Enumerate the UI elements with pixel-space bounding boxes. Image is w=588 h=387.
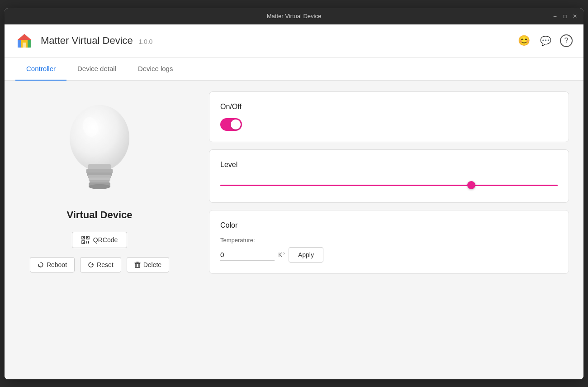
svg-point-5 (70, 105, 129, 171)
comment-icon[interactable]: 💬 (538, 33, 553, 48)
onoff-title: On/Off (220, 103, 558, 111)
level-title: Level (220, 161, 558, 169)
svg-marker-0 (18, 34, 31, 40)
device-name: Virtual Device (66, 209, 132, 221)
onoff-toggle[interactable] (220, 118, 242, 131)
app-version: 1.0.0 (138, 38, 152, 45)
svg-rect-24 (88, 242, 89, 244)
help-icon[interactable]: ? (560, 34, 573, 47)
reset-button[interactable]: Reset (80, 257, 121, 272)
header-left: Matter Virtual Device 1.0.0 (15, 32, 152, 50)
reset-icon (88, 262, 94, 268)
slider-container (220, 176, 558, 191)
temperature-input[interactable] (220, 249, 275, 261)
content-area: Virtual Device QRCode (5, 81, 583, 379)
delete-icon (134, 262, 141, 268)
titlebar: Matter Virtual Device – □ ✕ (5, 8, 583, 24)
reboot-label: Reboot (47, 261, 67, 268)
app-logo (15, 32, 33, 50)
tabs: Controller Device detail Device logs (5, 57, 583, 81)
bulb-image (54, 99, 145, 198)
titlebar-title: Matter Virtual Device (267, 13, 321, 19)
maximize-button[interactable]: □ (562, 13, 568, 19)
left-panel: Virtual Device QRCode (5, 81, 194, 379)
tab-device-logs[interactable]: Device logs (127, 57, 184, 81)
titlebar-controls: – □ ✕ (552, 13, 578, 19)
color-card: Color Temperature: K° Apply (209, 210, 569, 274)
svg-rect-23 (86, 242, 87, 244)
action-buttons: Reboot Reset (30, 257, 169, 272)
svg-rect-1 (18, 40, 21, 48)
reboot-button[interactable]: Reboot (30, 257, 75, 272)
header-icons: 😊 💬 ? (517, 33, 573, 48)
delete-label: Delete (143, 261, 161, 268)
apply-button[interactable]: Apply (289, 247, 323, 263)
right-panel: On/Off Level Color Tem (194, 81, 583, 379)
reboot-icon (38, 262, 44, 268)
toggle-container (220, 118, 558, 131)
reset-label: Reset (97, 261, 114, 268)
smiley-icon[interactable]: 😊 (517, 33, 531, 48)
svg-rect-7 (88, 164, 111, 170)
main-window: Matter Virtual Device – □ ✕ (5, 8, 583, 379)
svg-rect-16 (83, 237, 84, 238)
svg-rect-18 (87, 237, 88, 238)
qrcode-button[interactable]: QRCode (72, 232, 127, 248)
delete-button[interactable]: Delete (127, 257, 169, 272)
level-card: Level (209, 149, 569, 203)
qrcode-icon (81, 236, 90, 244)
temperature-label: Temperature: (220, 237, 558, 244)
app-title: Matter Virtual Device 1.0.0 (41, 35, 152, 47)
temperature-row: K° Apply (220, 247, 558, 263)
tab-controller[interactable]: Controller (15, 57, 66, 81)
svg-rect-4 (23, 43, 26, 48)
header: Matter Virtual Device 1.0.0 😊 💬 ? (5, 24, 583, 57)
svg-rect-2 (28, 40, 31, 48)
svg-point-14 (89, 184, 110, 189)
close-button[interactable]: ✕ (572, 13, 578, 19)
onoff-card: On/Off (209, 91, 569, 142)
svg-rect-21 (86, 241, 87, 242)
minimize-button[interactable]: – (552, 13, 558, 19)
svg-rect-25 (135, 263, 140, 268)
svg-rect-20 (83, 242, 84, 243)
level-slider[interactable] (220, 185, 558, 186)
qrcode-label: QRCode (93, 236, 118, 244)
toggle-thumb (231, 119, 241, 129)
toggle-track (220, 118, 242, 131)
app-title-text: Matter Virtual Device (41, 35, 133, 46)
tab-device-detail[interactable]: Device detail (66, 57, 127, 81)
svg-rect-22 (88, 241, 89, 242)
color-title: Color (220, 221, 558, 229)
temperature-unit: K° (278, 251, 285, 258)
